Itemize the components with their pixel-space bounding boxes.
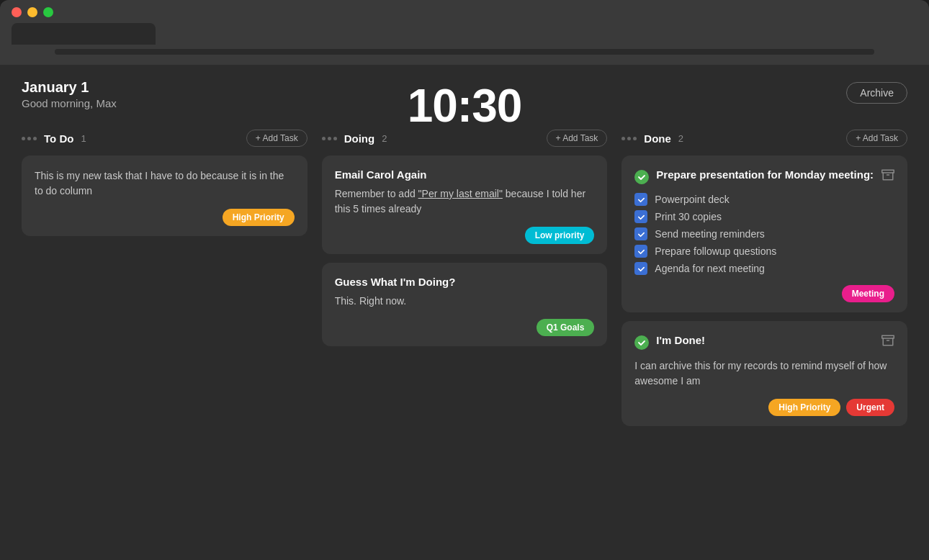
col-count-doing: 2 bbox=[382, 133, 387, 144]
card-done-1: Prepare presentation for Monday meeting: bbox=[621, 155, 907, 312]
header: January 1 Good morning, Max 10:30 Archiv… bbox=[22, 79, 907, 109]
card-doing-1: Email Carol Again Remember to add "Per m… bbox=[322, 155, 608, 254]
card-done-2-header: I'm Done! bbox=[634, 334, 894, 350]
col-title-doing: Doing bbox=[344, 132, 375, 145]
maximize-button[interactable] bbox=[43, 7, 53, 17]
archive-card-icon-2[interactable] bbox=[881, 334, 894, 350]
clock: 10:30 bbox=[408, 79, 522, 132]
col-title-todo: To Do bbox=[44, 132, 73, 145]
app-container: January 1 Good morning, Max 10:30 Archiv… bbox=[0, 65, 929, 560]
column-header-todo: To Do 1 + Add Task bbox=[22, 130, 308, 147]
add-task-todo[interactable]: + Add Task bbox=[246, 130, 308, 147]
card-title-doing-1: Email Carol Again bbox=[335, 168, 595, 181]
card-doing-2: Guess What I'm Doing? This. Right now. Q… bbox=[322, 263, 608, 346]
column-header-done: Done 2 + Add Task bbox=[621, 130, 907, 147]
tag-high-priority-done2[interactable]: High Priority bbox=[768, 399, 840, 416]
column-todo: To Do 1 + Add Task This is my new task t… bbox=[22, 130, 308, 435]
card-done-1-header: Prepare presentation for Monday meeting: bbox=[634, 168, 894, 184]
close-button[interactable] bbox=[12, 7, 22, 17]
col-menu-icon-doing[interactable] bbox=[322, 137, 337, 140]
checklist-item: Powerpoint deck bbox=[634, 193, 894, 206]
card-title-done-2: I'm Done! bbox=[656, 334, 874, 346]
add-task-doing[interactable]: + Add Task bbox=[547, 130, 608, 147]
checklist-item: Prepare followup questions bbox=[634, 245, 894, 258]
check-icon-done-1 bbox=[634, 170, 649, 184]
minimize-button[interactable] bbox=[27, 7, 37, 17]
greeting: Good morning, Max bbox=[22, 97, 117, 109]
check-icon-done-2 bbox=[634, 335, 649, 350]
col-menu-icon-done[interactable] bbox=[621, 137, 637, 140]
browser-chrome bbox=[0, 0, 929, 65]
svg-rect-2 bbox=[882, 335, 894, 338]
tag-urgent-done2[interactable]: Urgent bbox=[846, 399, 894, 416]
archive-button[interactable]: Archive bbox=[846, 82, 907, 104]
checklist-item: Send meeting reminders bbox=[634, 227, 894, 240]
card-footer-done-1: Meeting bbox=[634, 285, 894, 302]
browser-tab[interactable] bbox=[12, 23, 156, 45]
add-task-done[interactable]: + Add Task bbox=[846, 130, 907, 147]
checklist-item: Agenda for next meeting bbox=[634, 262, 894, 275]
card-done-2: I'm Done! I can archive this for my reco… bbox=[621, 321, 907, 426]
archive-button-container: Archive bbox=[846, 79, 907, 104]
card-footer-todo-1: High Priority bbox=[35, 209, 295, 226]
archive-card-icon-1[interactable] bbox=[881, 168, 894, 184]
card-title-done-1: Prepare presentation for Monday meeting: bbox=[656, 168, 874, 181]
card-body-doing-1: Remember to add "Per my last email" beca… bbox=[335, 186, 595, 217]
checklist-item: Print 30 copies bbox=[634, 210, 894, 223]
kanban-board: To Do 1 + Add Task This is my new task t… bbox=[22, 130, 907, 435]
card-footer-done-2: High Priority Urgent bbox=[634, 399, 894, 416]
card-body-doing-2: This. Right now. bbox=[335, 294, 595, 309]
card-todo-1: This is my new task that I have to do be… bbox=[22, 155, 308, 236]
card-footer-doing-1: Low priority bbox=[335, 227, 595, 244]
checklist-done-1: Powerpoint deck Print 30 copies Send mee… bbox=[634, 193, 894, 275]
card-body-before: Remember to add bbox=[335, 188, 418, 199]
card-body-done-2: I can archive this for my records to rem… bbox=[634, 358, 894, 389]
traffic-lights bbox=[12, 7, 917, 17]
url-bar[interactable] bbox=[55, 49, 874, 55]
svg-rect-0 bbox=[882, 170, 894, 173]
card-body-todo-1: This is my new task that I have to do be… bbox=[35, 168, 295, 199]
card-title-doing-2: Guess What I'm Doing? bbox=[335, 276, 595, 288]
header-left: January 1 Good morning, Max bbox=[22, 79, 117, 109]
tag-meeting[interactable]: Meeting bbox=[842, 285, 894, 302]
current-date: January 1 bbox=[22, 79, 117, 96]
tag-q1-goals[interactable]: Q1 Goals bbox=[537, 319, 595, 336]
col-menu-icon[interactable] bbox=[22, 137, 37, 140]
tag-low-priority[interactable]: Low priority bbox=[525, 227, 595, 244]
card-footer-doing-2: Q1 Goals bbox=[335, 319, 595, 336]
column-doing: Doing 2 + Add Task Email Carol Again Rem… bbox=[322, 130, 608, 435]
tag-high-priority[interactable]: High Priority bbox=[223, 209, 295, 226]
card-body-link[interactable]: "Per my last email" bbox=[418, 188, 503, 199]
col-count-todo: 1 bbox=[81, 133, 86, 144]
col-count-done: 2 bbox=[678, 133, 683, 144]
column-done: Done 2 + Add Task Prepare presentation f… bbox=[621, 130, 907, 435]
clock-display: 10:30 bbox=[408, 79, 522, 132]
col-title-done: Done bbox=[644, 132, 671, 145]
